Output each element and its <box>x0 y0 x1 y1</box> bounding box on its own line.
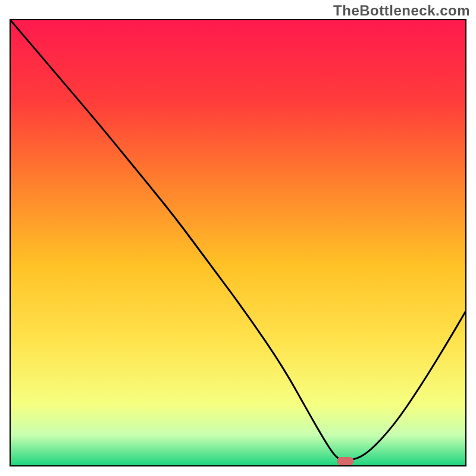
optimal-marker <box>337 457 353 465</box>
chart-frame: TheBottleneck.com <box>0 0 476 476</box>
chart-svg <box>10 19 466 466</box>
plot-area <box>10 19 466 466</box>
watermark-text: TheBottleneck.com <box>333 2 470 19</box>
gradient-background <box>10 19 466 466</box>
